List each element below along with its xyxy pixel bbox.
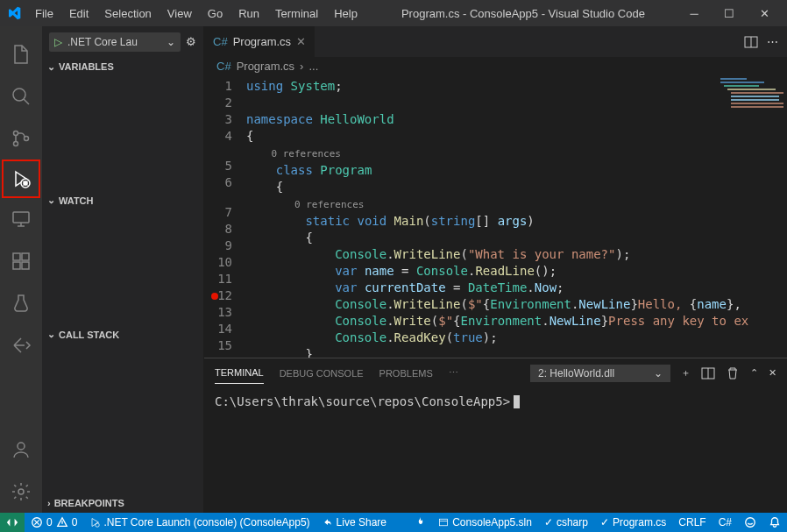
status-csharp[interactable]: ✓ csharp xyxy=(538,516,594,528)
chevron-down-icon: ⌄ xyxy=(47,195,55,206)
codelens[interactable]: 0 references xyxy=(270,148,341,160)
status-file-csharp[interactable]: ✓ Program.cs xyxy=(594,516,672,528)
chevron-down-icon: ⌄ xyxy=(47,61,55,73)
status-liveshare[interactable]: Live Share xyxy=(316,513,393,532)
section-breakpoints[interactable]: › BREAKPOINTS xyxy=(42,493,203,513)
code-editor[interactable]: 1 2 3 4 5 6 7 8 9 10 11 12 13 14 15 usin… xyxy=(204,76,787,358)
status-program-label: Program.cs xyxy=(613,516,666,528)
activity-bar xyxy=(0,26,42,513)
terminal-prompt: C:\Users\thrak\source\repos\ConsoleApp5> xyxy=(215,394,510,408)
status-crlf[interactable]: CRLF xyxy=(672,516,712,528)
status-launch-label: .NET Core Launch (console) (ConsoleApp5) xyxy=(103,516,309,528)
menu-file[interactable]: File xyxy=(28,4,60,24)
codelens[interactable]: 0 references xyxy=(293,199,364,210)
menu-edit[interactable]: Edit xyxy=(62,4,96,24)
close-button[interactable]: ✕ xyxy=(752,7,776,20)
code-content[interactable]: using System; namespace HelloWorld { 0 r… xyxy=(246,76,748,358)
liveshare-icon[interactable] xyxy=(0,324,42,366)
svg-rect-9 xyxy=(22,253,29,260)
terminal[interactable]: C:\Users\thrak\source\repos\ConsoleApp5> xyxy=(204,387,787,415)
section-callstack-label: CALL STACK xyxy=(59,330,119,340)
status-language[interactable]: C# xyxy=(713,516,738,528)
split-editor-icon[interactable] xyxy=(744,35,758,49)
tab-label: Program.cs xyxy=(233,35,291,48)
gutter[interactable]: 1 2 3 4 5 6 7 8 9 10 11 12 13 14 15 xyxy=(204,76,246,358)
status-feedback-icon[interactable] xyxy=(738,516,762,528)
menu-terminal[interactable]: Terminal xyxy=(268,4,325,24)
breadcrumb[interactable]: C# Program.cs › ... xyxy=(204,57,787,76)
settings-icon[interactable] xyxy=(0,471,42,513)
status-errors[interactable]: 0 0 xyxy=(25,513,83,532)
run-config-dropdown[interactable]: ▷ .NET Core Lau ⌄ xyxy=(49,32,181,52)
tab-problems[interactable]: PROBLEMS xyxy=(379,363,433,384)
tab-program-cs[interactable]: C# Program.cs ✕ xyxy=(204,26,316,57)
line-number: 1 xyxy=(204,78,232,95)
status-fire-icon[interactable] xyxy=(409,516,432,527)
editor-tabs: C# Program.cs ✕ ⋯ xyxy=(204,26,787,57)
more-icon[interactable]: ⋯ xyxy=(449,362,458,384)
close-tab-icon[interactable]: ✕ xyxy=(296,35,306,48)
section-watch[interactable]: ⌄ WATCH xyxy=(42,191,203,210)
svg-point-2 xyxy=(14,142,18,146)
line-number: 4 xyxy=(204,128,232,145)
menu-selection[interactable]: Selection xyxy=(97,4,158,24)
close-panel-icon[interactable]: ✕ xyxy=(769,367,776,379)
menu-help[interactable]: Help xyxy=(327,4,365,24)
line-number: 14 xyxy=(204,321,232,337)
extensions-icon[interactable] xyxy=(0,240,42,282)
status-warnings-count: 0 xyxy=(72,516,78,528)
svg-point-15 xyxy=(96,523,100,528)
remote-indicator[interactable] xyxy=(0,513,25,532)
status-solution[interactable]: ConsoleApp5.sln xyxy=(432,516,538,528)
csharp-file-icon: C# xyxy=(216,60,231,73)
svg-point-11 xyxy=(18,489,24,494)
svg-rect-16 xyxy=(440,519,448,526)
menu-view[interactable]: View xyxy=(160,4,199,24)
svg-rect-8 xyxy=(22,262,29,269)
minimize-button[interactable]: ─ xyxy=(682,7,706,20)
line-number: 11 xyxy=(204,271,232,287)
remote-explorer-icon[interactable] xyxy=(0,198,42,240)
maximize-panel-icon[interactable]: ⌃ xyxy=(750,367,758,379)
menu-run[interactable]: Run xyxy=(231,4,266,24)
gear-icon[interactable]: ⚙ xyxy=(186,35,196,48)
split-terminal-icon[interactable] xyxy=(701,366,715,380)
more-actions-icon[interactable]: ⋯ xyxy=(767,35,778,49)
test-icon[interactable] xyxy=(0,282,42,324)
editor-region: C# Program.cs ✕ ⋯ C# Program.cs › ... 1 … xyxy=(204,26,787,513)
search-icon[interactable] xyxy=(0,75,42,117)
line-number: 9 xyxy=(204,238,232,254)
minimap[interactable] xyxy=(717,76,787,164)
section-variables[interactable]: ⌄ VARIABLES xyxy=(42,57,203,76)
svg-rect-6 xyxy=(13,253,20,260)
kill-terminal-icon[interactable] xyxy=(726,366,740,380)
run-debug-icon[interactable] xyxy=(11,168,32,189)
new-terminal-icon[interactable]: ＋ xyxy=(681,366,691,379)
svg-point-17 xyxy=(746,518,755,528)
start-debug-icon[interactable]: ▷ xyxy=(54,36,62,48)
run-debug-highlighted xyxy=(2,160,40,198)
section-breakpoints-label: BREAKPOINTS xyxy=(54,498,124,508)
titlebar: File Edit Selection View Go Run Terminal… xyxy=(0,0,787,26)
line-number: 3 xyxy=(204,111,232,128)
status-launch-config[interactable]: .NET Core Launch (console) (ConsoleApp5) xyxy=(83,513,316,532)
accounts-icon[interactable] xyxy=(0,429,42,471)
source-control-icon[interactable] xyxy=(0,117,42,160)
line-number: 13 xyxy=(204,304,232,321)
terminal-select[interactable]: 2: HelloWorld.dll ⌄ xyxy=(530,365,670,382)
menu-bar: File Edit Selection View Go Run Terminal… xyxy=(28,4,365,24)
menu-go[interactable]: Go xyxy=(201,4,230,24)
explorer-icon[interactable] xyxy=(0,33,42,75)
section-callstack[interactable]: ⌄ CALL STACK xyxy=(42,325,203,344)
terminal-cursor xyxy=(514,395,520,408)
tab-terminal[interactable]: TERMINAL xyxy=(215,362,264,384)
status-solution-label: ConsoleApp5.sln xyxy=(452,516,532,528)
svg-point-3 xyxy=(25,137,29,141)
breadcrumb-sep: › xyxy=(300,60,303,73)
line-number: 15 xyxy=(204,337,232,354)
maximize-button[interactable]: ☐ xyxy=(717,7,741,20)
line-number: 5 xyxy=(204,158,232,174)
status-bell-icon[interactable] xyxy=(762,516,787,528)
tab-debug-console[interactable]: DEBUG CONSOLE xyxy=(280,363,364,384)
breakpoint-icon[interactable] xyxy=(211,293,218,300)
